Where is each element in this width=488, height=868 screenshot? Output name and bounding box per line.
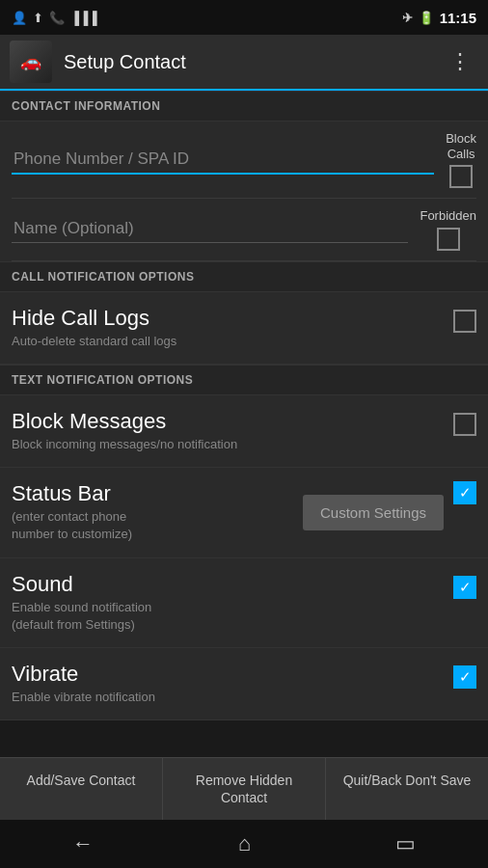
status-bar-option-content: Status Bar (enter contact phonenumber to… [12, 481, 293, 543]
hide-call-logs-checkbox[interactable] [453, 310, 476, 333]
call-notification-section: Hide Call Logs Auto-delete standard call… [0, 292, 488, 365]
hide-call-logs-title: Hide Call Logs [12, 306, 442, 331]
app-icon: 🚗 [10, 41, 52, 83]
forbidden-checkbox[interactable] [437, 228, 460, 251]
custom-settings-button[interactable]: Custom Settings [303, 495, 444, 530]
status-icons-right: ✈ 🔋 11:15 [402, 10, 476, 26]
check-icon: ✓ [459, 668, 472, 686]
home-button[interactable]: ⌂ [219, 824, 270, 864]
sound-content: Sound Enable sound notification(default … [12, 572, 442, 634]
vibrate-checkbox[interactable]: ✓ [453, 665, 476, 689]
block-calls-checkbox[interactable] [449, 165, 473, 188]
hide-call-logs-subtitle: Auto-delete standard call logs [12, 333, 442, 350]
vibrate-title: Vibrate [12, 662, 442, 687]
hide-call-logs-row: Hide Call Logs Auto-delete standard call… [0, 292, 488, 365]
block-messages-title: Block Messages [12, 409, 442, 434]
battery-icon: 🔋 [419, 11, 434, 25]
sound-subtitle: Enable sound notification(default from S… [12, 599, 442, 634]
contact-info-header: CONTACT INFORMATION [0, 91, 488, 122]
car-thumbnail: 🚗 [10, 41, 52, 83]
vibrate-subtitle: Enable vibrate notification [12, 689, 442, 706]
bottom-action-bar: Add/Save Contact Remove Hidden Contact Q… [0, 757, 488, 820]
name-row: Forbidden [12, 199, 476, 261]
forbidden-group: Forbidden [420, 208, 476, 251]
block-messages-row: Block Messages Block incoming messages/n… [0, 395, 488, 468]
block-messages-checkbox[interactable] [453, 413, 476, 436]
vibrate-content: Vibrate Enable vibrate notification [12, 662, 442, 706]
status-bar-checkbox[interactable]: ✓ [453, 481, 476, 504]
block-messages-content: Block Messages Block incoming messages/n… [12, 409, 442, 453]
quit-back-button[interactable]: Quit/Back Don't Save [326, 758, 488, 820]
status-icons-left: 👤 ⬆ 📞 ▐▐▐ [12, 11, 97, 25]
nav-bar: ← ⌂ ▭ [0, 820, 488, 868]
status-bar-option-row: Status Bar (enter contact phonenumber to… [0, 468, 488, 557]
remove-hidden-button[interactable]: Remove Hidden Contact [163, 758, 326, 820]
time-display: 11:15 [440, 10, 476, 26]
phone-row: BlockCalls [12, 122, 476, 199]
sound-row: Sound Enable sound notification(default … [0, 558, 488, 648]
vibrate-row: Vibrate Enable vibrate notification ✓ [0, 648, 488, 720]
back-button[interactable]: ← [53, 824, 113, 864]
status-bar-option-title: Status Bar [12, 481, 293, 506]
add-save-button[interactable]: Add/Save Contact [0, 758, 163, 820]
user-icon: 👤 [12, 11, 27, 25]
call-icon: 📞 [49, 11, 65, 25]
upload-icon: ⬆ [33, 11, 43, 25]
phone-input[interactable] [12, 146, 434, 175]
text-notification-header: TEXT NOTIFICATION OPTIONS [0, 365, 488, 395]
airplane-icon: ✈ [402, 11, 413, 25]
name-input[interactable] [12, 215, 408, 243]
call-notification-header: CALL NOTIFICATION OPTIONS [0, 261, 488, 292]
block-calls-group: BlockCalls [446, 131, 476, 188]
check-icon: ✓ [459, 579, 472, 596]
contact-info-section: BlockCalls Forbidden [0, 122, 488, 261]
check-icon: ✓ [459, 484, 472, 502]
text-notification-section: Block Messages Block incoming messages/n… [0, 395, 488, 720]
sound-checkbox[interactable]: ✓ [453, 576, 476, 599]
block-calls-label: BlockCalls [446, 131, 476, 161]
menu-button[interactable]: ⋮ [442, 41, 478, 82]
forbidden-label: Forbidden [420, 208, 476, 224]
bars-icon: ▐▐▐ [70, 11, 97, 25]
status-bar: 👤 ⬆ 📞 ▐▐▐ ✈ 🔋 11:15 [0, 0, 488, 35]
hide-call-logs-content: Hide Call Logs Auto-delete standard call… [12, 306, 442, 350]
sound-title: Sound [12, 572, 442, 597]
page-title: Setup Contact [64, 51, 442, 73]
block-messages-subtitle: Block incoming messages/no notification [12, 436, 442, 453]
status-bar-option-subtitle: (enter contact phonenumber to customize) [12, 508, 293, 543]
recent-button[interactable]: ▭ [376, 824, 435, 864]
title-bar: 🚗 Setup Contact ⋮ [0, 35, 488, 91]
